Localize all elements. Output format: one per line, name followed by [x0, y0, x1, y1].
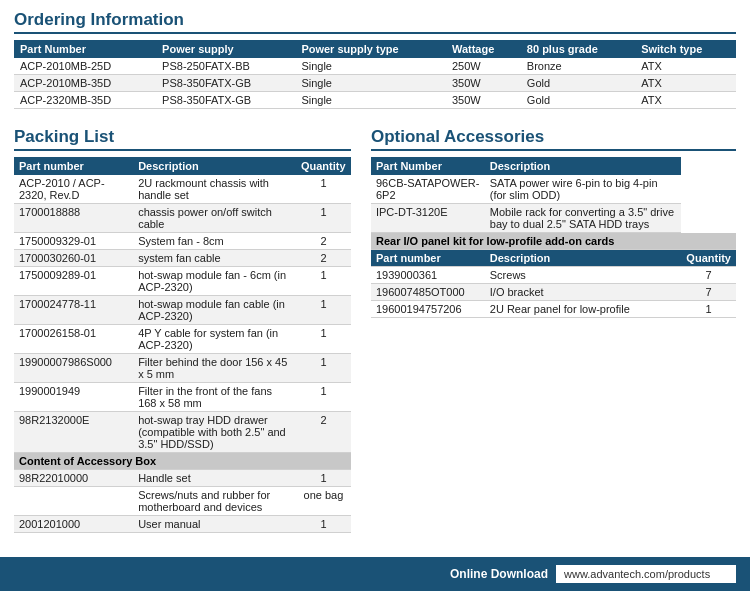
accessory-cell: 98R22010000: [14, 470, 133, 487]
packing-cell: 2: [296, 233, 351, 250]
packing-col-qty: Quantity: [296, 157, 351, 175]
ordering-th: Part Number: [14, 40, 156, 58]
ordering-table: Part NumberPower supplyPower supply type…: [14, 40, 736, 109]
ordering-cell: 350W: [446, 92, 521, 109]
optional-body: 96CB-SATAPOWER-6P2SATA power wire 6-pin …: [371, 175, 736, 318]
packing-cell: hot-swap module fan cable (in ACP-2320): [133, 296, 296, 325]
rear-header-cell: Part number: [371, 250, 485, 267]
packing-row: 1750009289-01hot-swap module fan - 6cm (…: [14, 267, 351, 296]
accessory-section-row: Content of Accessory Box: [14, 453, 351, 470]
packing-cell: 1: [296, 204, 351, 233]
ordering-cell: ACP-2010MB-25D: [14, 58, 156, 75]
packing-cell: 1700030260-01: [14, 250, 133, 267]
packing-title: Packing List: [14, 127, 351, 151]
rear-cell: Screws: [485, 267, 682, 284]
rear-header-cell: Description: [485, 250, 682, 267]
rear-cell: I/O bracket: [485, 284, 682, 301]
packing-cell: System fan - 8cm: [133, 233, 296, 250]
ordering-cell: PS8-350FATX-GB: [156, 92, 295, 109]
packing-row: 98R2132000Ehot-swap tray HDD drawer (com…: [14, 412, 351, 453]
ordering-th: Power supply type: [295, 40, 446, 58]
footer-label: Online Download: [450, 567, 548, 581]
ordering-cell: 250W: [446, 58, 521, 75]
ordering-cell: ATX: [635, 92, 736, 109]
packing-row: 1750009329-01System fan - 8cm2: [14, 233, 351, 250]
rear-cell: 196007485OT000: [371, 284, 485, 301]
accessory-row: Screws/nuts and rubber for motherboard a…: [14, 487, 351, 516]
ordering-cell: ATX: [635, 75, 736, 92]
packing-cell: 1: [296, 296, 351, 325]
footer-url: www.advantech.com/products: [556, 565, 736, 583]
packing-col-desc: Description: [133, 157, 296, 175]
packing-cell: 98R2132000E: [14, 412, 133, 453]
optional-section: Optional Accessories Part Number Descrip…: [371, 127, 736, 326]
packing-cell: 1: [296, 354, 351, 383]
packing-row: 1700026158-014P Y cable for system fan (…: [14, 325, 351, 354]
optional-col-desc: Description: [485, 157, 682, 175]
rear-cell: 7: [681, 284, 736, 301]
rear-row: 196001947572062U Rear panel for low-prof…: [371, 301, 736, 318]
rear-cell: 19600194757206: [371, 301, 485, 318]
packing-cell: 4P Y cable for system fan (in ACP-2320): [133, 325, 296, 354]
ordering-row: ACP-2010MB-25DPS8-250FATX-BBSingle250WBr…: [14, 58, 736, 75]
packing-cell: 1750009329-01: [14, 233, 133, 250]
packing-cell: 2: [296, 412, 351, 453]
optional-header-row: Part Number Description: [371, 157, 736, 175]
optional-row: IPC-DT-3120EMobile rack for converting a…: [371, 204, 736, 233]
ordering-cell: PS8-250FATX-BB: [156, 58, 295, 75]
rear-cell: 1: [681, 301, 736, 318]
accessory-cell: Handle set: [133, 470, 296, 487]
footer-bar: Online Download www.advantech.com/produc…: [0, 557, 750, 591]
ordering-th: Wattage: [446, 40, 521, 58]
packing-cell: chassis power on/off switch cable: [133, 204, 296, 233]
optional-cell: SATA power wire 6-pin to big 4-pin (for …: [485, 175, 682, 204]
rear-row: 196007485OT000I/O bracket7: [371, 284, 736, 301]
ordering-cell: Single: [295, 58, 446, 75]
accessory-cell: 1: [296, 516, 351, 533]
packing-cell: 19900007986S000: [14, 354, 133, 383]
accessory-cell: 2001201000: [14, 516, 133, 533]
packing-table: Part number Description Quantity ACP-201…: [14, 157, 351, 533]
rear-section-label: Rear I/O panel kit for low-profile add-o…: [371, 233, 736, 250]
accessory-cell: one bag: [296, 487, 351, 516]
rear-header-row: Part numberDescriptionQuantity: [371, 250, 736, 267]
ordering-body: ACP-2010MB-25DPS8-250FATX-BBSingle250WBr…: [14, 58, 736, 109]
accessory-cell: User manual: [133, 516, 296, 533]
ordering-cell: PS8-350FATX-GB: [156, 75, 295, 92]
packing-cell: 1750009289-01: [14, 267, 133, 296]
ordering-section: Ordering Information Part NumberPower su…: [14, 10, 736, 109]
packing-cell: 1990001949: [14, 383, 133, 412]
ordering-cell: Gold: [521, 92, 635, 109]
optional-title: Optional Accessories: [371, 127, 736, 151]
optional-cell: 96CB-SATAPOWER-6P2: [371, 175, 485, 204]
optional-table: Part Number Description 96CB-SATAPOWER-6…: [371, 157, 736, 318]
packing-body: ACP-2010 / ACP-2320, Rev.D2U rackmount c…: [14, 175, 351, 533]
ordering-title: Ordering Information: [14, 10, 736, 34]
ordering-cell: Gold: [521, 75, 635, 92]
packing-cell: Filter in the front of the fans 168 x 58…: [133, 383, 296, 412]
rear-row: 1939000361Screws7: [371, 267, 736, 284]
ordering-cell: 350W: [446, 75, 521, 92]
accessory-row: 98R22010000Handle set1: [14, 470, 351, 487]
two-col-layout: Packing List Part number Description Qua…: [14, 127, 736, 541]
optional-cell: Mobile rack for converting a 3.5" drive …: [485, 204, 682, 233]
packing-cell: 2: [296, 250, 351, 267]
packing-cell: 1700026158-01: [14, 325, 133, 354]
ordering-cell: Bronze: [521, 58, 635, 75]
ordering-header-row: Part NumberPower supplyPower supply type…: [14, 40, 736, 58]
ordering-th: 80 plus grade: [521, 40, 635, 58]
rear-section-row: Rear I/O panel kit for low-profile add-o…: [371, 233, 736, 250]
accessory-cell: 1: [296, 470, 351, 487]
accessory-row: 2001201000User manual1: [14, 516, 351, 533]
packing-cell: hot-swap module fan - 6cm (in ACP-2320): [133, 267, 296, 296]
ordering-row: ACP-2320MB-35DPS8-350FATX-GBSingle350WGo…: [14, 92, 736, 109]
rear-cell: 2U Rear panel for low-profile: [485, 301, 682, 318]
rear-header-cell: Quantity: [681, 250, 736, 267]
packing-cell: 1: [296, 325, 351, 354]
ordering-cell: ATX: [635, 58, 736, 75]
packing-cell: 1700018888: [14, 204, 133, 233]
ordering-cell: ACP-2320MB-35D: [14, 92, 156, 109]
ordering-cell: Single: [295, 92, 446, 109]
packing-row: 1700030260-01system fan cable2: [14, 250, 351, 267]
ordering-row: ACP-2010MB-35DPS8-350FATX-GBSingle350WGo…: [14, 75, 736, 92]
